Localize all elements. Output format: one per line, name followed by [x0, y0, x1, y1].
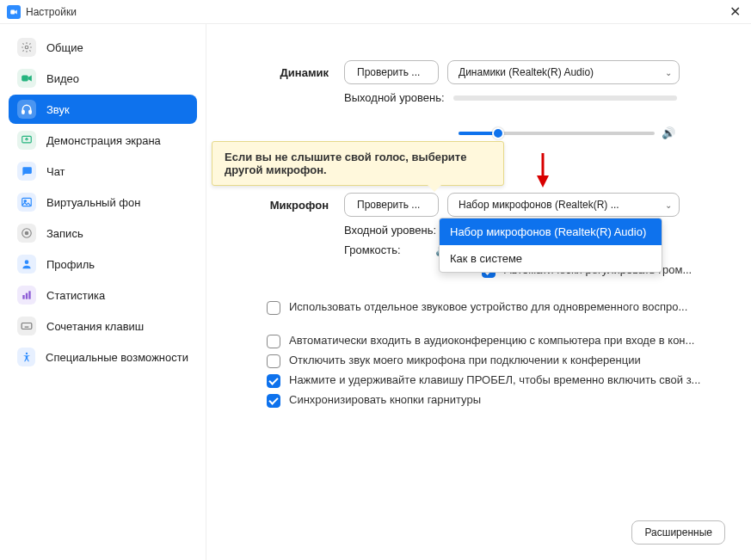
input-level-label: Входной уровень:: [344, 224, 445, 237]
headphones-icon: [17, 100, 36, 119]
sidebar-item-shortcuts[interactable]: Сочетания клавиш: [9, 311, 197, 341]
user-icon: [17, 255, 36, 274]
sidebar-item-label: Специальные возможности: [46, 351, 188, 364]
sidebar-item-general[interactable]: Общие: [9, 33, 197, 62]
app-icon: [7, 5, 21, 19]
sidebar-item-statistics[interactable]: Статистика: [9, 280, 197, 310]
chevron-down-icon: ⌄: [665, 200, 672, 210]
separate-device-label: Использовать отдельное звуковое устройст…: [289, 300, 687, 313]
svg-point-9: [25, 231, 29, 236]
svg-rect-14: [22, 323, 32, 329]
sidebar-item-label: Общие: [46, 41, 83, 54]
sidebar-item-share-screen[interactable]: Демонстрация экрана: [9, 126, 197, 155]
speaker-label: Динамик: [232, 66, 344, 79]
keyboard-icon: [17, 317, 36, 335]
gear-icon: [17, 38, 36, 57]
separate-device-checkbox[interactable]: [267, 301, 280, 315]
chevron-down-icon: ⌄: [665, 68, 672, 77]
sidebar-item-label: Звук: [46, 103, 70, 116]
push-to-talk-checkbox[interactable]: [267, 374, 280, 388]
mute-on-join-label: Отключить звук моего микрофона при подкл…: [289, 354, 641, 366]
svg-rect-11: [22, 295, 24, 299]
test-mic-button[interactable]: Проверить ...: [344, 193, 439, 217]
push-to-talk-label: Нажмите и удерживайте клавишу ПРОБЕЛ, чт…: [289, 373, 700, 386]
test-mic-label: Проверить ...: [357, 199, 420, 211]
svg-rect-3: [22, 110, 24, 114]
tooltip-text: Если вы не слышите свой голос, выберите …: [225, 151, 466, 176]
svg-point-10: [25, 260, 29, 264]
speaker-volume-slider[interactable]: [459, 132, 655, 135]
sidebar-item-label: Запись: [46, 227, 83, 240]
svg-rect-13: [28, 291, 30, 298]
stats-icon: [17, 286, 36, 305]
svg-point-15: [25, 353, 27, 354]
advanced-button-label: Расширенные: [644, 526, 712, 538]
sidebar-item-accessibility[interactable]: Специальные возможности: [9, 342, 197, 372]
speaker-select[interactable]: Динамики (Realtek(R) Audio) ⌄: [447, 60, 680, 84]
sidebar-item-label: Профиль: [46, 258, 95, 271]
mic-volume-label: Громкость:: [344, 243, 409, 256]
sync-headset-label: Синхронизировать кнопки гарнитуры: [289, 393, 481, 406]
sidebar-item-virtual-bg[interactable]: Виртуальный фон: [9, 188, 197, 217]
output-level-meter: [453, 95, 677, 101]
sidebar: Общие Видео Звук Демонстрация экрана Чат: [0, 24, 206, 560]
sidebar-item-profile[interactable]: Профиль: [9, 249, 197, 279]
svg-rect-2: [22, 76, 28, 82]
output-level-label: Выходной уровень:: [344, 91, 453, 104]
mute-on-join-checkbox[interactable]: [267, 354, 280, 368]
mic-tooltip: Если вы не слышите свой голос, выберите …: [212, 141, 504, 186]
test-speaker-label: Проверить ...: [357, 66, 420, 78]
sidebar-item-label: Сочетания клавиш: [46, 320, 144, 333]
mic-select[interactable]: Набор микрофонов (Realtek(R) ... ⌄: [447, 193, 680, 217]
mic-label: Микрофон: [232, 199, 344, 212]
titlebar: Настройки ✕: [0, 0, 751, 24]
test-speaker-button[interactable]: Проверить ...: [344, 60, 439, 84]
sidebar-item-label: Чат: [46, 165, 65, 178]
svg-point-1: [25, 46, 28, 49]
mic-select-text: Набор микрофонов (Realtek(R) ...: [459, 199, 619, 211]
mic-dropdown-panel: Набор микрофонов (Realtek(R) Audio) Как …: [439, 218, 662, 273]
content: Динамик Проверить ... Динамики (Realtek(…: [206, 24, 751, 560]
mic-option-0[interactable]: Набор микрофонов (Realtek(R) Audio): [440, 218, 662, 245]
sync-headset-checkbox[interactable]: [267, 394, 280, 408]
sidebar-item-label: Демонстрация экрана: [46, 134, 161, 147]
sidebar-item-label: Видео: [46, 72, 79, 85]
auto-join-checkbox[interactable]: [267, 335, 280, 348]
sidebar-item-chat[interactable]: Чат: [9, 157, 197, 186]
speaker-select-text: Динамики (Realtek(R) Audio): [459, 66, 594, 78]
svg-rect-0: [10, 9, 15, 14]
record-icon: [17, 224, 36, 243]
sidebar-item-recording[interactable]: Запись: [9, 218, 197, 248]
sidebar-item-label: Виртуальный фон: [46, 196, 140, 209]
close-icon[interactable]: ✕: [726, 3, 744, 20]
video-icon: [17, 69, 36, 88]
sidebar-item-label: Статистика: [46, 289, 105, 302]
svg-rect-4: [29, 110, 31, 114]
svg-rect-12: [26, 293, 28, 299]
share-screen-icon: [17, 131, 36, 150]
chat-icon: [17, 162, 36, 181]
mic-option-1[interactable]: Как в системе: [440, 245, 662, 272]
sidebar-item-video[interactable]: Видео: [9, 64, 197, 93]
volume-icon: 🔊: [662, 126, 675, 139]
accessibility-icon: [17, 348, 35, 366]
image-icon: [17, 193, 36, 212]
window-title: Настройки: [26, 6, 77, 18]
advanced-button[interactable]: Расширенные: [631, 520, 725, 545]
auto-join-label: Автоматически входить в аудиоконференцию…: [289, 334, 694, 347]
svg-point-7: [24, 200, 26, 202]
sidebar-item-audio[interactable]: Звук: [9, 95, 197, 124]
